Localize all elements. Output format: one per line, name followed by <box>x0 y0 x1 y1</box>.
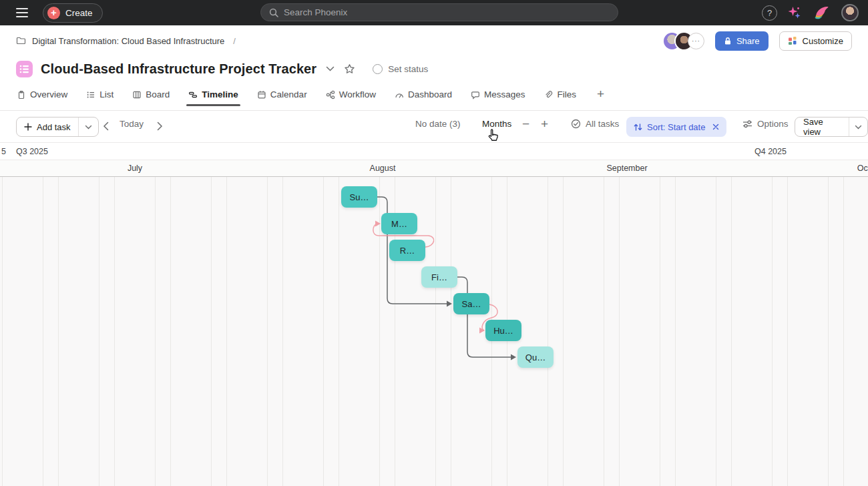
next-period-button[interactable] <box>153 119 166 133</box>
all-tasks-filter[interactable]: All tasks <box>571 119 619 129</box>
week-gridline <box>563 177 564 486</box>
task-bar[interactable]: Hu… <box>485 320 521 341</box>
tab-workflow[interactable]: Workflow <box>325 85 377 106</box>
title-chevron-down-icon[interactable] <box>326 66 335 71</box>
hamburger-menu-icon[interactable] <box>16 8 28 17</box>
week-gridline <box>731 177 732 486</box>
week-gridline <box>604 177 604 486</box>
quarter-label: Q3 2025 <box>16 147 48 156</box>
save-view-dropdown[interactable] <box>849 117 867 136</box>
favorite-star-icon[interactable] <box>344 63 355 75</box>
task-bar[interactable]: R… <box>389 240 425 261</box>
month-header-row: JulyAugustSeptemberOctober <box>0 160 868 177</box>
zoom-out-button[interactable]: − <box>522 117 529 132</box>
tab-board[interactable]: Board <box>132 85 170 106</box>
task-bar[interactable]: Fi… <box>421 266 457 288</box>
timeline-toolbar: Add task Today No date (3) Months − + Al… <box>0 111 868 143</box>
customize-button-label: Customize <box>803 36 843 46</box>
sort-clear-icon[interactable] <box>712 124 719 130</box>
week-gridline <box>43 177 43 486</box>
customize-grid-icon <box>788 36 797 45</box>
week-gridline <box>716 177 716 486</box>
week-gridline <box>619 177 620 486</box>
search-input[interactable] <box>284 7 610 17</box>
folder-icon <box>16 36 26 45</box>
week-gridline <box>58 177 59 486</box>
breadcrumb[interactable]: Digital Transformation: Cloud Based Infr… <box>16 36 236 46</box>
add-task-button[interactable]: Add task <box>16 117 99 137</box>
zoom-in-button[interactable]: + <box>541 117 548 132</box>
month-label: July <box>128 164 142 173</box>
no-date-button[interactable]: No date (3) <box>415 119 461 129</box>
add-view-tab-button[interactable]: + <box>594 85 607 103</box>
tab-overview[interactable]: Overview <box>16 85 68 106</box>
task-bar[interactable]: Sa… <box>453 293 489 314</box>
list-icon <box>86 90 95 99</box>
calendar-icon <box>257 90 266 99</box>
phoenix-logo-icon[interactable] <box>812 3 832 22</box>
week-gridline <box>114 177 115 486</box>
app-window: + Create ? <box>0 0 868 486</box>
save-view-button[interactable]: Save view <box>795 117 868 137</box>
options-button[interactable]: Options <box>742 119 789 129</box>
create-button[interactable]: + Create <box>43 3 103 23</box>
week-gridline <box>787 177 788 486</box>
plus-icon: + <box>47 7 60 19</box>
week-gridline <box>828 177 829 486</box>
tab-messages[interactable]: Messages <box>470 85 526 106</box>
tab-files[interactable]: Files <box>543 85 577 106</box>
task-bar[interactable]: Qu… <box>517 346 554 368</box>
tab-calendar[interactable]: Calendar <box>256 85 308 106</box>
user-avatar[interactable] <box>841 4 859 21</box>
week-gridline <box>170 177 171 486</box>
month-label: October <box>857 164 868 173</box>
task-bar[interactable]: M… <box>381 213 417 234</box>
month-label: September <box>606 164 647 173</box>
week-gridline <box>451 177 451 486</box>
month-label: August <box>370 164 396 173</box>
week-gridline <box>339 177 339 486</box>
help-button[interactable]: ? <box>762 5 777 21</box>
week-gridline <box>548 177 548 486</box>
week-gridline <box>379 177 380 486</box>
task-bar[interactable]: Su… <box>341 186 377 208</box>
project-icon[interactable] <box>16 61 33 77</box>
set-status-button[interactable]: Set status <box>373 64 428 74</box>
top-bar: + Create ? <box>0 0 868 25</box>
member-avatars[interactable]: ··· <box>664 33 704 49</box>
sort-arrows-icon <box>634 123 642 132</box>
week-gridline <box>2 177 3 486</box>
global-search-bar[interactable] <box>260 3 618 21</box>
breadcrumb-row: Digital Transformation: Cloud Based Infr… <box>0 25 868 56</box>
ai-sparkles-icon[interactable] <box>787 5 803 21</box>
customize-button[interactable]: Customize <box>779 31 852 51</box>
week-gridline <box>155 177 156 486</box>
week-gridline <box>675 177 676 486</box>
breadcrumb-project[interactable]: Digital Transformation: Cloud Based Infr… <box>32 36 224 46</box>
sort-label: Sort: Start date <box>647 122 705 132</box>
all-tasks-label: All tasks <box>586 119 619 129</box>
week-gridline <box>660 177 660 486</box>
quarter-header-row: 5Q3 2025Q4 2025 <box>0 143 868 160</box>
week-gridline <box>843 177 844 486</box>
timeline-canvas[interactable]: Su…M…R…Fi…Sa…Hu…Qu… <box>0 177 868 486</box>
today-button[interactable]: Today <box>120 119 144 129</box>
week-gridline <box>267 177 268 486</box>
check-circle-icon <box>571 119 581 129</box>
share-button[interactable]: Share <box>715 31 769 51</box>
prev-period-button[interactable] <box>99 119 112 133</box>
more-members-button[interactable]: ··· <box>688 33 704 49</box>
dependency-connectors <box>0 177 868 486</box>
add-task-dropdown[interactable] <box>78 117 98 136</box>
sliders-icon <box>742 119 752 128</box>
quarter-label: Q4 2025 <box>754 147 787 156</box>
week-gridline <box>282 177 283 486</box>
board-icon <box>132 90 142 99</box>
save-view-label: Save view <box>795 117 849 137</box>
tab-timeline[interactable]: Timeline <box>188 85 239 106</box>
zoom-level-button[interactable]: Months <box>482 119 511 129</box>
tab-list[interactable]: List <box>85 85 114 106</box>
tab-dashboard[interactable]: Dashboard <box>394 85 453 106</box>
add-task-label: Add task <box>37 122 71 132</box>
sort-pill[interactable]: Sort: Start date <box>626 117 726 137</box>
